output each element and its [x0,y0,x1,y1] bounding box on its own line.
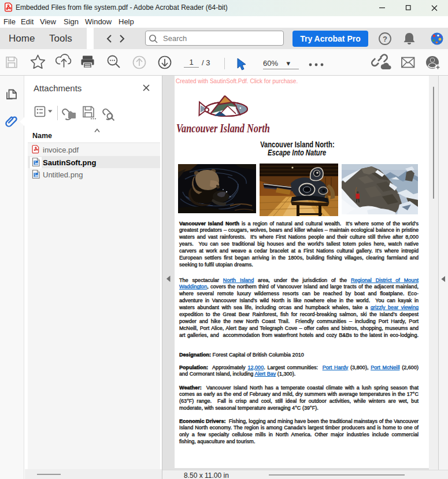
svg-text:?: ? [383,35,387,43]
